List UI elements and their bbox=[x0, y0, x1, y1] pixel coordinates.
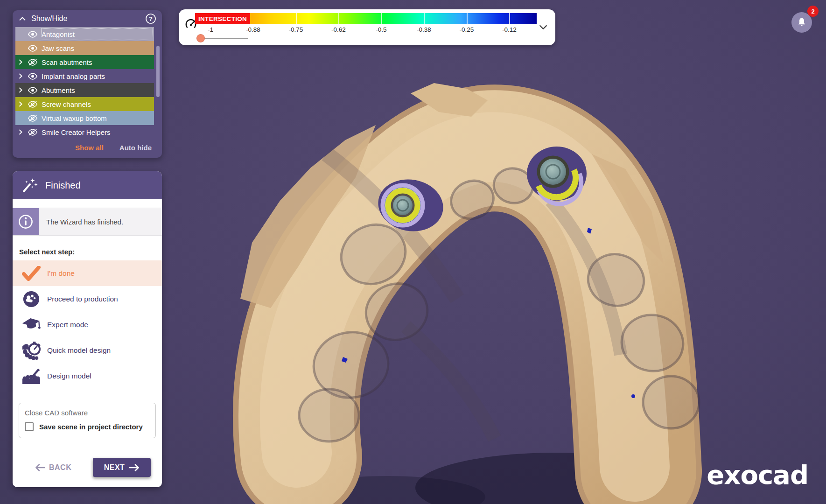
layer-label: Smile Creator Helpers bbox=[42, 128, 111, 136]
option-label: Design model bbox=[47, 372, 91, 380]
layer-row-smile-creator-helpers[interactable]: Smile Creator Helpers bbox=[15, 125, 154, 139]
wizard-panel: Finished The Wizard has finished. Select… bbox=[13, 171, 162, 487]
eye-off-icon[interactable] bbox=[26, 129, 40, 136]
layer-label: Scan abutments bbox=[42, 58, 92, 66]
intersection-color-scale[interactable]: INTERSECTION bbox=[195, 13, 537, 24]
option-quick-model-design[interactable]: Quick model design bbox=[13, 337, 162, 363]
eye-icon[interactable] bbox=[26, 31, 40, 38]
layer-label: Jaw scans bbox=[42, 44, 74, 52]
save-scene-checkbox-row[interactable]: Save scene in project directory bbox=[25, 422, 150, 431]
wizard-header: Finished bbox=[13, 171, 162, 199]
eye-off-icon[interactable] bbox=[26, 101, 40, 108]
layer-row-screw-channels[interactable]: Screw channels bbox=[15, 97, 154, 111]
expand-chevron-icon[interactable] bbox=[15, 129, 26, 135]
notification-badge: 2 bbox=[807, 6, 819, 17]
intersection-tick-labels: -1 -0.88 -0.75 -0.62 -0.5 -0.38 -0.25 -0… bbox=[195, 26, 537, 34]
chevron-down-icon[interactable] bbox=[539, 25, 547, 29]
eye-icon[interactable] bbox=[26, 87, 40, 94]
save-scene-checkbox[interactable] bbox=[25, 422, 34, 431]
expand-chevron-icon[interactable] bbox=[15, 73, 26, 79]
layer-row-jaw-scans[interactable]: Jaw scans bbox=[15, 41, 154, 55]
graduation-cap-icon bbox=[21, 317, 42, 333]
next-button[interactable]: NEXT bbox=[93, 458, 151, 477]
svg-text:?: ? bbox=[149, 15, 153, 22]
eye-icon[interactable] bbox=[26, 45, 40, 52]
intersection-label: INTERSECTION bbox=[195, 13, 250, 24]
intersection-panel: INTERSECTION -1 -0.88 -0.75 -0.62 -0.5 -… bbox=[179, 9, 555, 45]
option-label: Expert mode bbox=[47, 321, 88, 329]
slider-knob[interactable] bbox=[196, 34, 205, 42]
production-icon bbox=[21, 290, 42, 308]
close-cad-software-box: Close CAD software Save scene in project… bbox=[19, 403, 156, 438]
option-design-model[interactable]: Design model bbox=[13, 363, 162, 389]
panel-scrollbar[interactable] bbox=[156, 46, 160, 97]
option-proceed-to-production[interactable]: Proceed to production bbox=[13, 286, 162, 312]
select-next-step-label: Select next step: bbox=[13, 236, 162, 260]
expand-chevron-icon[interactable] bbox=[15, 87, 26, 93]
option-expert-mode[interactable]: Expert mode bbox=[13, 312, 162, 337]
option-label: I'm done bbox=[47, 269, 75, 278]
help-icon[interactable]: ? bbox=[145, 13, 156, 24]
arrow-left-icon bbox=[35, 464, 45, 471]
save-scene-checkbox-label: Save scene in project directory bbox=[39, 423, 143, 431]
wizard-message: The Wizard has finished. bbox=[39, 208, 123, 235]
check-icon bbox=[21, 266, 42, 281]
layer-row-abutments[interactable]: Abutments bbox=[15, 83, 154, 97]
arrow-right-icon bbox=[129, 464, 140, 471]
wizard-info-banner: The Wizard has finished. bbox=[13, 208, 162, 236]
option-label: Quick model design bbox=[47, 346, 111, 355]
expand-chevron-icon[interactable] bbox=[15, 59, 26, 65]
auto-hide-button[interactable]: Auto hide bbox=[119, 144, 152, 152]
show-hide-header[interactable]: Show/Hide ? bbox=[13, 10, 162, 27]
eye-off-icon[interactable] bbox=[26, 59, 40, 66]
show-hide-title: Show/Hide bbox=[31, 14, 145, 23]
design-model-icon bbox=[21, 367, 42, 385]
wizard-title: Finished bbox=[45, 180, 81, 191]
layer-label: Antagonist bbox=[42, 30, 75, 38]
info-icon bbox=[13, 208, 39, 235]
layer-label: Virtual waxup bottom bbox=[42, 114, 107, 122]
stopwatch-model-icon bbox=[21, 341, 42, 360]
layer-label: Abutments bbox=[42, 86, 75, 94]
back-button[interactable]: BACK bbox=[35, 463, 71, 472]
layer-row-implant-analog-parts[interactable]: Implant analog parts bbox=[15, 69, 154, 83]
option-im-done[interactable]: I'm done bbox=[13, 260, 162, 286]
layer-row-antagonist[interactable]: Antagonist bbox=[15, 27, 154, 41]
magic-wand-icon bbox=[21, 176, 39, 194]
eye-off-icon[interactable] bbox=[26, 115, 40, 122]
option-label: Proceed to production bbox=[47, 295, 118, 303]
show-all-button[interactable]: Show all bbox=[75, 144, 104, 152]
layer-label: Screw channels bbox=[42, 100, 91, 108]
expand-chevron-icon[interactable] bbox=[15, 101, 26, 107]
intersection-slider[interactable] bbox=[196, 34, 248, 43]
eye-icon[interactable] bbox=[26, 73, 40, 80]
bell-icon bbox=[796, 17, 807, 28]
collapse-chevron-up-icon[interactable] bbox=[19, 17, 26, 21]
layer-label: Implant analog parts bbox=[42, 72, 105, 80]
layer-row-virtual-waxup-bottom[interactable]: Virtual waxup bottom bbox=[15, 111, 154, 125]
close-cad-software-label: Close CAD software bbox=[25, 409, 150, 417]
exocad-logo: exocad bbox=[707, 460, 808, 490]
layer-row-scan-abutments[interactable]: Scan abutments bbox=[15, 55, 154, 69]
show-hide-panel: Show/Hide ? Antagonist Jaw scans Scan ab… bbox=[13, 10, 162, 158]
